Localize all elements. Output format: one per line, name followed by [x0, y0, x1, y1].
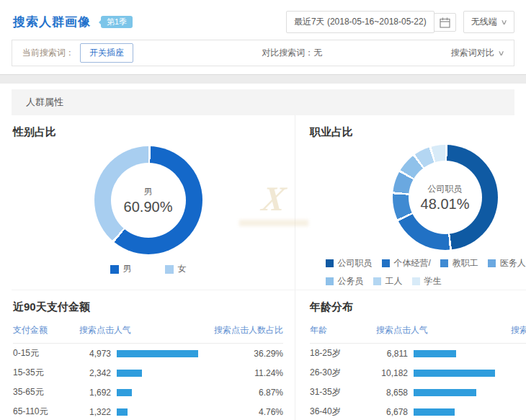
keyword-compare-text: 搜索词对比 [451, 47, 494, 59]
page-title: 搜索人群画像 [13, 14, 91, 30]
calendar-icon [440, 17, 450, 28]
legend-label: 女 [178, 263, 187, 275]
legend-color-chip [373, 277, 381, 285]
column-header: 搜索点击人气 [376, 324, 495, 336]
click-popularity-value: 4,973 [79, 349, 111, 359]
popularity-bar [117, 350, 198, 357]
panels-grid: 性别占比 男 60.90% 男女 职业占比 公司职员 48.01% [12, 115, 514, 420]
legend-item[interactable]: 学生 [412, 275, 442, 287]
occupation-legend: 公司职员个体经营/教职工医务人员公务员工人学生 [326, 257, 526, 287]
row-label: 15-35元 [13, 367, 79, 379]
season-badge: 第1季 [101, 16, 133, 28]
center-percentage: 48.01% [421, 196, 470, 213]
legend-item[interactable]: 医务人员 [488, 257, 526, 269]
legend-item[interactable]: 男 [110, 263, 132, 275]
click-ratio-value: 22.28% [495, 388, 526, 398]
click-ratio-value: 15.13% [495, 349, 526, 359]
legend-label: 学生 [424, 275, 442, 287]
legend-label: 工人 [385, 275, 403, 287]
column-header: 搜索点击人气 [79, 324, 198, 336]
table-row: 26-30岁10,18228.99% [310, 363, 526, 383]
date-range-selector[interactable]: 最近7天 (2018-05-16~2018-05-22) [286, 11, 434, 33]
legend-color-chip [165, 265, 174, 274]
row-label: 65-110元 [13, 406, 79, 418]
row-label: 0-15元 [13, 347, 79, 359]
age-distribution-table: 年龄搜索点击人气搜索点击人数占比18-25岁6,81115.13%26-30岁1… [310, 318, 526, 420]
center-category: 男 [144, 186, 153, 198]
panel-title: 性别占比 [13, 125, 283, 139]
popularity-bar [414, 370, 495, 377]
legend-item[interactable]: 工人 [373, 275, 403, 287]
legend-item[interactable]: 教职工 [440, 257, 478, 269]
legend-color-chip [110, 265, 119, 274]
legend-color-chip [488, 259, 496, 267]
click-ratio-value: 11.24% [198, 368, 283, 378]
row-label: 35-65元 [13, 386, 79, 398]
legend-item[interactable]: 公务员 [326, 275, 364, 287]
column-header: 搜索点击人数占比 [495, 324, 526, 336]
keyword-compare-dropdown[interactable]: 搜索词对比 ∨ [451, 47, 504, 59]
popularity-bar [414, 389, 476, 396]
click-ratio-value: 28.99% [495, 368, 526, 378]
terminal-select[interactable]: 无线端 ∨ [463, 11, 514, 33]
date-range-text: 最近7天 (2018-05-16~2018-05-22) [294, 16, 427, 28]
popularity-bar [414, 408, 455, 416]
table-row: 31-35岁8,65822.28% [310, 383, 526, 402]
legend-label: 公司职员 [338, 257, 373, 269]
chevron-down-icon: ∨ [497, 49, 504, 57]
legend-color-chip [412, 277, 420, 285]
column-header: 年龄 [310, 324, 376, 336]
legend-color-chip [440, 259, 448, 267]
donut-center-label: 男 60.90% [94, 146, 202, 254]
click-popularity-value: 1,692 [79, 388, 111, 398]
table-row: 15-35元2,34211.24% [13, 363, 283, 383]
legend-item[interactable]: 个体经营/ [382, 257, 431, 269]
occupation-donut-chart[interactable]: 公司职员 48.01% [393, 145, 498, 250]
click-ratio-value: 6.87% [198, 388, 283, 398]
main-content: 人群属性 性别占比 男 60.90% 男女 职业占比 公司职员 [0, 84, 526, 420]
section-title-bar: 人群属性 [12, 89, 514, 115]
click-ratio-value: 4.76% [198, 407, 283, 417]
calendar-button[interactable] [434, 13, 456, 32]
current-keyword-label: 当前搜索词： [22, 47, 74, 59]
occupation-ratio-panel: 职业占比 公司职员 48.01% 公司职员个体经营/教职工医务人员公务员工人学生 [295, 115, 526, 290]
table-row: 36-40岁6,67814.66% [310, 402, 526, 420]
page-header: 搜索人群画像 第1季 最近7天 (2018-05-16~2018-05-22) … [0, 0, 526, 40]
row-label: 36-40岁 [310, 406, 376, 418]
click-popularity-value: 2,342 [79, 368, 111, 378]
gender-legend: 男女 [110, 263, 187, 275]
row-label: 31-35岁 [310, 386, 376, 398]
legend-label: 个体经营/ [394, 257, 431, 269]
legend-label: 医务人员 [500, 257, 526, 269]
chevron-down-icon: ∨ [500, 18, 507, 26]
legend-label: 教职工 [453, 257, 478, 269]
table-header-row: 支付金额搜索点击人气搜索点击人数占比 [13, 318, 283, 344]
click-popularity-value: 6,678 [376, 407, 408, 417]
current-keyword-button[interactable]: 开关插座 [80, 43, 133, 63]
popularity-bar [414, 350, 456, 357]
center-category: 公司职员 [428, 183, 463, 195]
click-popularity-value: 8,658 [376, 388, 408, 398]
gender-donut-chart[interactable]: 男 60.90% [94, 146, 202, 254]
legend-item[interactable]: 女 [165, 263, 187, 275]
click-popularity-value: 6,811 [376, 349, 408, 359]
donut-center-label: 公司职员 48.01% [393, 145, 498, 250]
legend-item[interactable]: 公司职员 [326, 257, 373, 269]
legend-color-chip [326, 277, 334, 285]
popularity-bar [117, 408, 128, 416]
click-popularity-value: 10,182 [376, 368, 408, 378]
panel-title: 近90天支付金额 [13, 300, 283, 314]
table-row: 35-65元1,6926.87% [13, 383, 283, 402]
table-row: 65-110元1,3224.76% [13, 402, 283, 420]
table-row: 0-15元4,97336.29% [13, 344, 283, 363]
gender-ratio-panel: 性别占比 男 60.90% 男女 [12, 115, 295, 290]
header-controls: 最近7天 (2018-05-16~2018-05-22) 无线端 ∨ [286, 11, 514, 33]
column-header: 搜索点击人数占比 [198, 324, 283, 336]
legend-color-chip [326, 259, 334, 267]
click-ratio-value: 14.66% [495, 407, 526, 417]
payment-amount-table: 支付金额搜索点击人气搜索点击人数占比0-15元4,97336.29%15-35元… [13, 318, 283, 420]
row-label: 18-25岁 [310, 347, 376, 359]
section-divider [0, 74, 526, 84]
terminal-select-value: 无线端 [471, 16, 497, 28]
legend-color-chip [382, 259, 390, 267]
